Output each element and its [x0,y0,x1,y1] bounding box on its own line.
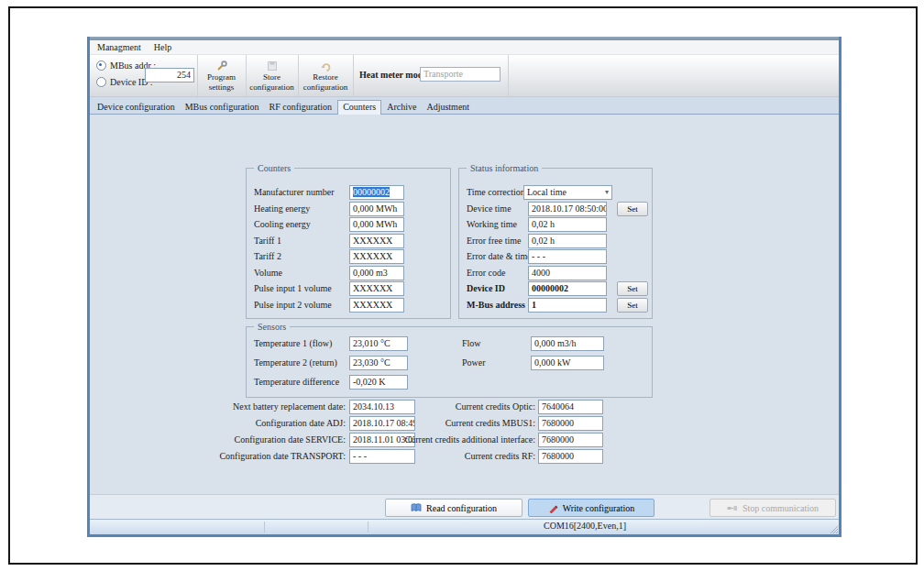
credits-additional-interface-label: Current credits additional interface: [90,433,535,447]
program-settings-label2: settings [209,82,235,92]
toolbar: MBus addr : Device ID : 254 Program sett… [90,55,839,97]
set-device-id-button[interactable]: Set [617,281,648,296]
heating-energy-input[interactable]: 0,000 MWh [349,202,404,216]
flow-label: Flow [462,336,481,351]
field-row: Manufacturer number 00000002 [254,185,443,200]
heat-meter-mode-panel: Heat meter mode: Transporte [353,55,509,96]
write-configuration-button[interactable]: Write configuration [528,499,654,517]
error-free-time-input[interactable]: 0,02 h [528,234,607,248]
open-book-icon [411,503,422,512]
field-row: M-Bus address 1 Set [467,298,644,313]
radio-selected-icon[interactable] [96,60,106,71]
device-time-input[interactable]: 2018.10.17 08:50:00 [528,202,607,216]
screenshot-stage: Managment Help MBus addr : Device ID : 2… [0,0,924,571]
program-settings-label: Program [207,72,236,82]
manufacturer-number-input[interactable]: 00000002 [349,185,404,200]
sensors-groupbox: Sensors Temperature 1 (flow) 23,010 °C F… [246,326,653,398]
temperature2-input[interactable]: 23,030 °C [349,356,408,370]
temperature-difference-input[interactable]: -0,020 K [349,375,408,390]
field-row: Temperature difference -0,020 K [254,375,644,390]
store-configuration-button[interactable]: Store configuration [246,55,299,96]
time-correction-label: Time correction [467,185,525,200]
resize-grip-icon[interactable] [828,523,838,533]
set-device-time-button[interactable]: Set [617,202,648,216]
pulse-input1-label: Pulse input 1 volume [254,281,332,296]
credits-optic-input[interactable]: 7640064 [538,400,603,414]
counters-groupbox: Counters Manufacturer number 00000002 He… [246,168,451,319]
mbus-address-label: M-Bus address [467,298,525,313]
tariff1-label: Tariff 1 [254,234,281,248]
volume-label: Volume [254,266,282,280]
working-time-input[interactable]: 0,02 h [528,217,607,232]
time-correction-select[interactable]: Local time ▾ [523,185,612,200]
tab-counters[interactable]: Counters [337,100,381,115]
temperature2-label: Temperature 2 (return) [254,356,337,370]
field-row: Error free time 0,02 h [467,234,644,248]
undo-arrow-icon [320,60,332,71]
menu-help[interactable]: Help [154,42,171,52]
cooling-energy-input[interactable]: 0,000 MWh [349,217,404,232]
power-label: Power [462,356,486,370]
counters-group-title: Counters [254,163,294,173]
tab-device-configuration[interactable]: Device configuration [93,101,180,114]
sensors-group-title: Sensors [254,322,290,332]
restore-configuration-label: Restore [313,72,338,82]
mbus-address-input[interactable]: 1 [528,298,607,313]
write-configuration-label: Write configuration [563,503,635,513]
field-row: Device ID 00000002 Set [467,281,644,296]
tariff1-input[interactable]: XXXXXX [349,234,404,248]
status-information-groupbox: Status information Time correction Local… [458,168,653,319]
tariff2-label: Tariff 2 [254,249,281,264]
field-row: Cooling energy 0,000 MWh [254,217,443,232]
program-settings-button[interactable]: Program settings [197,55,247,96]
heating-energy-label: Heating energy [254,202,310,216]
device-id-label: Device ID [467,281,505,296]
read-configuration-button[interactable]: Read configuration [385,499,522,517]
statusbar-divider [368,522,368,533]
temperature1-input[interactable]: 23,010 °C [349,336,408,351]
time-correction-value: Local time [527,186,566,199]
field-row: Temperature 2 (return) 23,030 °C Power 0… [254,356,644,370]
tab-strip: Device configuration MBus configuration … [90,97,839,115]
stop-communication-button[interactable]: Stop communication [710,499,836,517]
error-date-time-label: Error date & time [467,249,532,264]
address-input[interactable]: 254 [145,68,194,82]
heat-meter-mode-input[interactable]: Transporte [420,67,500,82]
tab-archive[interactable]: Archive [382,101,421,114]
tab-adjustment[interactable]: Adjustment [422,101,474,114]
radio-unselected-icon[interactable] [96,77,106,87]
credits-additional-interface-input[interactable]: 7680000 [538,433,603,447]
field-row: Error date & time - - - [467,249,644,264]
restore-configuration-button[interactable]: Restore configuration [298,55,354,96]
field-row: Temperature 1 (flow) 23,010 °C Flow 0,00… [254,336,644,351]
read-configuration-label: Read configuration [426,503,497,513]
cooling-energy-label: Cooling energy [254,217,311,232]
diskette-icon [267,60,278,71]
error-code-input[interactable]: 4000 [528,266,607,280]
pulse-input2-input[interactable]: XXXXXX [349,298,404,313]
status-bar: COM16[2400,Even,1] [90,519,839,534]
chevron-down-icon: ▾ [602,186,609,199]
credits-rf-input[interactable]: 7680000 [538,449,603,464]
store-configuration-label2: configuration [249,82,294,92]
flow-input[interactable]: 0,000 m3/h [531,336,604,351]
power-input[interactable]: 0,000 kW [531,356,604,370]
manufacturer-number-label: Manufacturer number [254,185,334,200]
working-time-label: Working time [467,217,517,232]
field-row: Pulse input 1 volume XXXXXX [254,281,443,296]
menu-managment[interactable]: Managment [97,42,141,52]
tab-mbus-configuration[interactable]: MBus configuration [181,101,264,114]
tariff2-input[interactable]: XXXXXX [349,249,404,264]
device-id-input[interactable]: 00000002 [528,281,607,296]
credits-mbus1-input[interactable]: 7680000 [538,416,603,431]
set-mbus-address-button[interactable]: Set [617,298,648,313]
pulse-input1-input[interactable]: XXXXXX [349,281,404,296]
volume-input[interactable]: 0,000 m3 [349,266,404,280]
error-date-time-input[interactable]: - - - [528,249,607,264]
store-configuration-label: Store [263,72,280,82]
app-window: Managment Help MBus addr : Device ID : 2… [87,37,842,537]
tab-rf-configuration[interactable]: RF configuration [265,101,337,114]
temperature1-label: Temperature 1 (flow) [254,336,332,351]
counters-tab-page: Counters Manufacturer number 00000002 He… [90,115,839,494]
field-row: Pulse input 2 volume XXXXXX [254,298,443,313]
